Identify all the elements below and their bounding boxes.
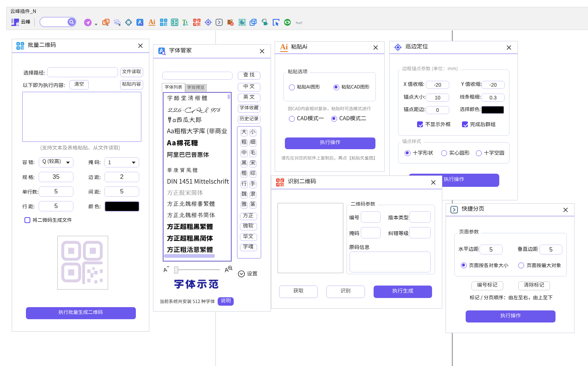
svg-text:Ai: Ai: [149, 19, 155, 26]
svg-text:A: A: [163, 266, 168, 273]
svg-text:t: t: [186, 20, 188, 25]
